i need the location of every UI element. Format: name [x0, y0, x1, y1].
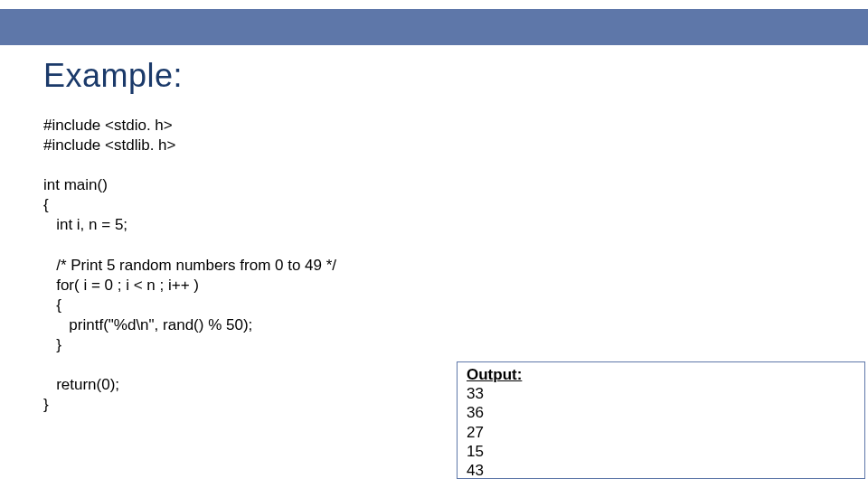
output-value: 15	[467, 442, 855, 461]
code-line: int main()	[43, 176, 108, 193]
code-line: #include <stdlib. h>	[43, 136, 176, 154]
code-line: int i, n = 5;	[43, 216, 127, 233]
code-line: printf("%d\n", rand() % 50);	[43, 316, 252, 333]
code-line: /* Print 5 random numbers from 0 to 49 *…	[43, 257, 336, 274]
code-line: {	[43, 296, 61, 314]
output-value: 43	[467, 461, 855, 480]
code-line: {	[43, 196, 49, 213]
code-line: }	[43, 396, 49, 413]
code-block: #include <stdio. h> #include <stdlib. h>…	[43, 116, 336, 415]
output-box: Output: 33 36 27 15 43	[457, 361, 865, 479]
output-value: 27	[467, 423, 855, 442]
output-label: Output:	[467, 366, 855, 384]
code-line: }	[43, 336, 61, 353]
code-line: #include <stdio. h>	[43, 117, 173, 134]
output-value: 33	[467, 384, 855, 403]
top-band	[0, 9, 868, 45]
slide-title: Example:	[43, 57, 183, 95]
code-line: for( i = 0 ; i < n ; i++ )	[43, 277, 199, 294]
output-value: 36	[467, 403, 855, 422]
code-line: return(0);	[43, 376, 119, 393]
